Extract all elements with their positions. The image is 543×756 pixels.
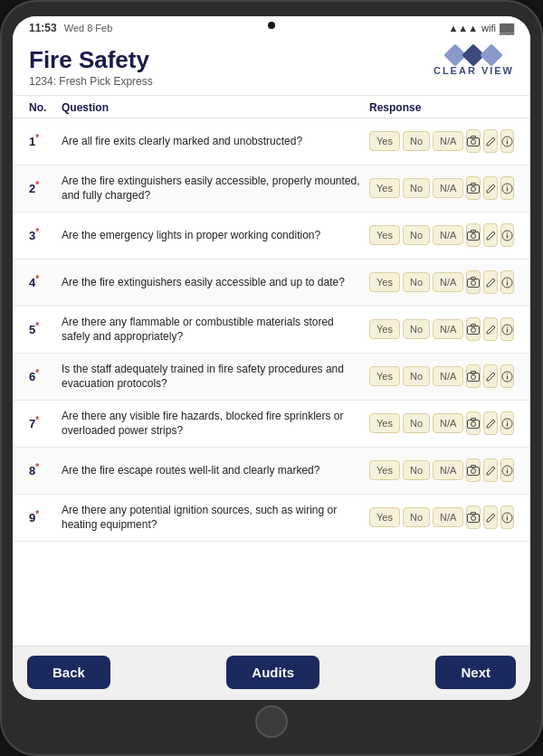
- edit-button[interactable]: [483, 506, 497, 529]
- svg-point-1: [472, 140, 476, 145]
- question-text-3: Are the emergency lights in proper worki…: [62, 228, 369, 242]
- question-number-1: 1*: [29, 133, 62, 148]
- diamond-3: [481, 43, 503, 66]
- info-button[interactable]: [500, 129, 514, 153]
- question-response-3: YesNoN/A: [369, 223, 514, 247]
- info-button[interactable]: [500, 317, 514, 341]
- response-n-a-2[interactable]: N/A: [433, 178, 463, 198]
- svg-rect-14: [472, 231, 476, 233]
- svg-point-5: [507, 138, 508, 139]
- response-n-a-9[interactable]: N/A: [433, 507, 463, 527]
- app-title: Fire Safety: [29, 47, 153, 73]
- info-button[interactable]: [500, 458, 514, 482]
- camera-button[interactable]: [466, 176, 481, 200]
- svg-rect-6: [468, 185, 480, 194]
- edit-button[interactable]: [483, 176, 497, 200]
- svg-point-35: [507, 373, 508, 374]
- camera-button[interactable]: [466, 364, 481, 388]
- tablet-frame: 11:53 Wed 8 Feb ▲▲▲ wifi ▓▓ Fire Safety …: [0, 0, 543, 756]
- svg-point-7: [472, 187, 476, 192]
- response-no-6[interactable]: No: [403, 366, 430, 386]
- home-button[interactable]: [255, 705, 288, 738]
- response-yes-3[interactable]: Yes: [369, 225, 400, 245]
- col-no-header: No.: [29, 101, 62, 114]
- response-n-a-8[interactable]: N/A: [433, 460, 463, 480]
- back-button[interactable]: Back: [27, 656, 110, 689]
- response-no-1[interactable]: No: [403, 131, 430, 151]
- response-yes-8[interactable]: Yes: [369, 460, 400, 480]
- svg-point-43: [472, 469, 476, 474]
- table-row: 1*Are all fire exits clearly marked and …: [13, 118, 530, 165]
- edit-button[interactable]: [483, 223, 497, 247]
- response-yes-6[interactable]: Yes: [369, 366, 400, 386]
- svg-rect-12: [468, 232, 480, 241]
- question-text-1: Are all fire exits clearly marked and un…: [62, 134, 369, 148]
- camera-button[interactable]: [466, 129, 481, 153]
- info-button[interactable]: [500, 270, 514, 294]
- response-yes-9[interactable]: Yes: [369, 507, 400, 527]
- info-button[interactable]: [500, 223, 514, 247]
- response-no-7[interactable]: No: [403, 413, 430, 433]
- question-number-7: 7*: [29, 415, 62, 430]
- edit-button[interactable]: [483, 458, 497, 482]
- info-button[interactable]: [500, 176, 514, 200]
- response-n-a-5[interactable]: N/A: [433, 319, 463, 339]
- camera-button[interactable]: [466, 223, 481, 247]
- response-no-9[interactable]: No: [403, 507, 430, 527]
- response-no-8[interactable]: No: [403, 460, 430, 480]
- response-n-a-1[interactable]: N/A: [433, 131, 463, 151]
- camera-button[interactable]: [466, 317, 481, 341]
- svg-point-19: [472, 281, 476, 286]
- audits-button[interactable]: Audits: [226, 656, 319, 689]
- question-number-4: 4*: [29, 274, 62, 289]
- edit-button[interactable]: [483, 317, 497, 341]
- camera-notch: [268, 22, 275, 29]
- response-no-4[interactable]: No: [403, 272, 430, 292]
- response-yes-7[interactable]: Yes: [369, 413, 400, 433]
- info-button[interactable]: [500, 411, 514, 435]
- response-n-a-7[interactable]: N/A: [433, 413, 463, 433]
- response-yes-1[interactable]: Yes: [369, 131, 400, 151]
- edit-button[interactable]: [483, 411, 497, 435]
- svg-point-25: [472, 328, 476, 333]
- table-row: 3*Are the emergency lights in proper wor…: [13, 213, 530, 260]
- response-n-a-4[interactable]: N/A: [433, 272, 463, 292]
- svg-point-13: [472, 234, 476, 239]
- camera-button[interactable]: [466, 458, 481, 482]
- svg-point-37: [472, 422, 476, 427]
- edit-button[interactable]: [483, 364, 497, 388]
- svg-rect-44: [472, 466, 476, 468]
- question-response-9: YesNoN/A: [369, 506, 514, 529]
- response-yes-2[interactable]: Yes: [369, 178, 400, 198]
- logo-diamonds: [447, 47, 500, 63]
- svg-rect-42: [468, 468, 480, 476]
- svg-rect-48: [468, 515, 480, 523]
- camera-button[interactable]: [466, 506, 481, 529]
- response-n-a-6[interactable]: N/A: [433, 366, 463, 386]
- app-header: Fire Safety 1234: Fresh Pick Express CLE…: [13, 38, 530, 96]
- response-no-2[interactable]: No: [403, 178, 430, 198]
- edit-button[interactable]: [483, 129, 497, 153]
- bottom-nav: Back Audits Next: [13, 646, 530, 700]
- header-left: Fire Safety 1234: Fresh Pick Express: [29, 47, 153, 88]
- camera-button[interactable]: [466, 411, 481, 435]
- response-n-a-3[interactable]: N/A: [433, 225, 463, 245]
- svg-point-11: [507, 185, 508, 186]
- svg-rect-50: [472, 513, 476, 515]
- info-button[interactable]: [500, 364, 514, 388]
- info-button[interactable]: [500, 506, 514, 529]
- svg-rect-36: [468, 421, 480, 429]
- question-response-7: YesNoN/A: [369, 411, 514, 435]
- next-button[interactable]: Next: [435, 656, 516, 689]
- response-yes-5[interactable]: Yes: [369, 319, 400, 339]
- response-no-5[interactable]: No: [403, 319, 430, 339]
- camera-button[interactable]: [466, 270, 481, 294]
- edit-button[interactable]: [483, 270, 497, 294]
- battery-icon: ▓▓: [500, 23, 514, 33]
- response-no-3[interactable]: No: [403, 225, 430, 245]
- status-date: Wed 8 Feb: [64, 23, 113, 33]
- response-yes-4[interactable]: Yes: [369, 272, 400, 292]
- question-number-2: 2*: [29, 180, 62, 195]
- questions-list: 1*Are all fire exits clearly marked and …: [13, 118, 530, 646]
- svg-rect-26: [472, 325, 476, 327]
